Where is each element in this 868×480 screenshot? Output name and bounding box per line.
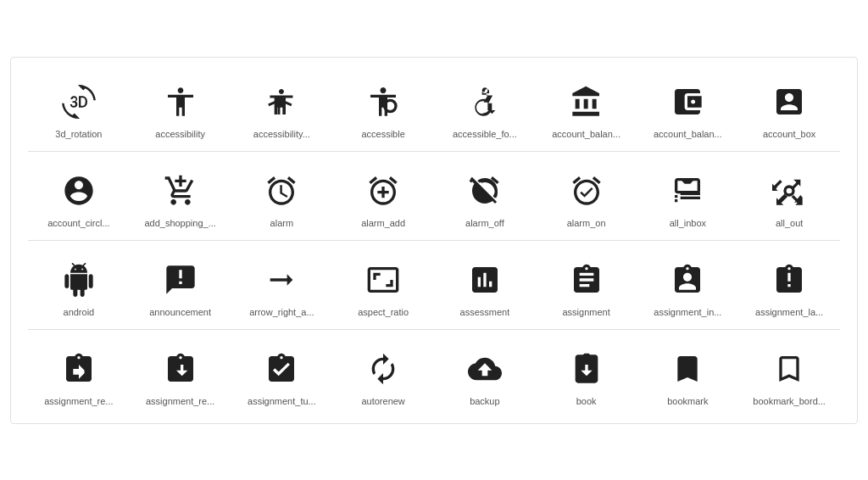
icon-cell-assignment-returned[interactable]: assignment_re... (130, 333, 231, 415)
icon-cell-alarm-on[interactable]: alarm_on (536, 155, 637, 237)
icon-label: assessment (460, 307, 510, 317)
account-box-icon (769, 81, 810, 122)
alarm-icon (261, 170, 302, 211)
icon-cell-assignment-late[interactable]: assignment_la... (738, 244, 840, 326)
bookmark-border-icon (769, 349, 810, 389)
assignment-ind-icon (667, 260, 708, 300)
all-inbox-icon (667, 170, 708, 211)
icon-cell-backup[interactable]: backup (434, 333, 536, 415)
add-shopping-cart-icon (160, 170, 201, 211)
icon-cell-android[interactable]: android (28, 244, 130, 326)
autorenew-icon (363, 349, 403, 389)
icon-cell-assessment[interactable]: assessment (434, 244, 536, 326)
icon-cell-all-out[interactable]: all_out (738, 155, 840, 237)
svg-point-1 (785, 187, 793, 195)
icon-label: account_balan... (552, 129, 620, 139)
accessibility-new-icon (261, 81, 302, 122)
icon-cell-accessibility-new[interactable]: accessibility... (231, 66, 333, 148)
3d-rotation-icon (58, 81, 99, 122)
bookmark-icon (667, 349, 708, 389)
icon-label: accessibility... (253, 129, 310, 139)
assignment-late-icon (769, 260, 810, 300)
icon-label: all_out (776, 218, 803, 228)
icon-label: assignment_tu... (248, 396, 316, 406)
icon-cell-accessible[interactable]: accessible (332, 66, 434, 148)
icon-label: account_box (763, 129, 815, 139)
icon-label: account_circl... (47, 218, 109, 228)
icon-label: assignment (562, 307, 609, 317)
icon-cell-assignment-ind[interactable]: assignment_in... (637, 244, 739, 326)
backup-icon (465, 349, 505, 389)
icon-label: assignment_re... (44, 396, 113, 406)
announcement-icon (160, 260, 201, 300)
icon-label: accessible (361, 129, 404, 139)
assignment-return-icon (58, 349, 99, 389)
icon-label: alarm_on (567, 218, 606, 228)
icon-label: accessible_fo... (453, 129, 517, 139)
icon-cell-bookmark-border[interactable]: bookmark_bord... (738, 333, 840, 415)
icon-label: 3d_rotation (55, 129, 102, 139)
icon-cell-all-inbox[interactable]: all_inbox (637, 155, 739, 237)
account-balance-icon (566, 81, 607, 122)
aspect-ratio-icon (363, 260, 403, 300)
icon-label: assignment_la... (755, 307, 823, 317)
icon-cell-alarm[interactable]: alarm (231, 155, 333, 237)
assignment-returned-icon (160, 349, 201, 389)
icon-label: android (64, 307, 95, 317)
icon-label: announcement (149, 307, 211, 317)
icon-label: add_shopping_... (144, 218, 215, 228)
icon-cell-alarm-off[interactable]: alarm_off (434, 155, 536, 237)
icon-label: all_inbox (670, 218, 706, 228)
icon-cell-book[interactable]: book (536, 333, 637, 415)
android-icon (58, 260, 99, 300)
icon-label: bookmark_bord... (753, 396, 826, 406)
icon-cell-account-balance[interactable]: account_balan... (536, 66, 637, 148)
icon-label: book (576, 396, 597, 406)
account-circle-icon (58, 170, 99, 211)
icon-cell-account-balance-wallet[interactable]: account_balan... (637, 66, 739, 148)
icon-cell-accessible-forward[interactable]: accessible_fo... (434, 66, 536, 148)
icon-label: assignment_in... (654, 307, 721, 317)
accessible-icon (363, 81, 403, 122)
icon-cell-bookmark[interactable]: bookmark (637, 333, 739, 415)
icon-cell-aspect-ratio[interactable]: aspect_ratio (332, 244, 434, 326)
all-out-icon (769, 170, 810, 211)
icon-grid: 3d_rotation accessibility accessibility.… (28, 66, 840, 415)
icon-label: arrow_right_a... (249, 307, 314, 317)
icon-cell-account-circle[interactable]: account_circl... (28, 155, 130, 237)
account-balance-wallet-icon (667, 81, 708, 122)
icon-cell-alarm-add[interactable]: alarm_add (332, 155, 434, 237)
alarm-on-icon (566, 170, 607, 211)
icon-cell-add-shopping-cart[interactable]: add_shopping_... (130, 155, 231, 237)
accessible-forward-icon (465, 81, 505, 122)
icon-label: aspect_ratio (358, 307, 409, 317)
icon-label: assignment_re... (146, 396, 214, 406)
assignment-icon (566, 260, 607, 300)
icon-cell-accessibility[interactable]: accessibility (130, 66, 231, 148)
icon-cell-arrow-right-alt[interactable]: arrow_right_a... (231, 244, 333, 326)
icon-label: backup (470, 396, 499, 406)
icon-cell-account-box[interactable]: account_box (738, 66, 840, 148)
icon-cell-assignment[interactable]: assignment (536, 244, 637, 326)
icon-label: account_balan... (654, 129, 722, 139)
icon-label: autorenew (361, 396, 404, 406)
icon-cell-assignment-turned-in[interactable]: assignment_tu... (231, 333, 333, 415)
alarm-off-icon (465, 170, 505, 211)
icon-cell-announcement[interactable]: announcement (130, 244, 231, 326)
accessibility-icon (160, 81, 201, 122)
icon-label: accessibility (155, 129, 205, 139)
icon-label: alarm (270, 218, 294, 228)
icon-cell-assignment-return[interactable]: assignment_re... (28, 333, 130, 415)
icon-cell-autorenew[interactable]: autorenew (332, 333, 434, 415)
icon-gallery: 3d_rotation accessibility accessibility.… (10, 57, 858, 424)
icon-label: alarm_off (465, 218, 504, 228)
icon-label: alarm_add (361, 218, 405, 228)
assessment-icon (465, 260, 505, 300)
arrow-right-alt-icon (261, 260, 302, 300)
icon-cell-3d-rotation[interactable]: 3d_rotation (28, 66, 130, 148)
book-icon (566, 349, 607, 389)
icon-label: bookmark (667, 396, 708, 406)
assignment-turned-in-icon (261, 349, 302, 389)
alarm-add-icon (363, 170, 403, 211)
